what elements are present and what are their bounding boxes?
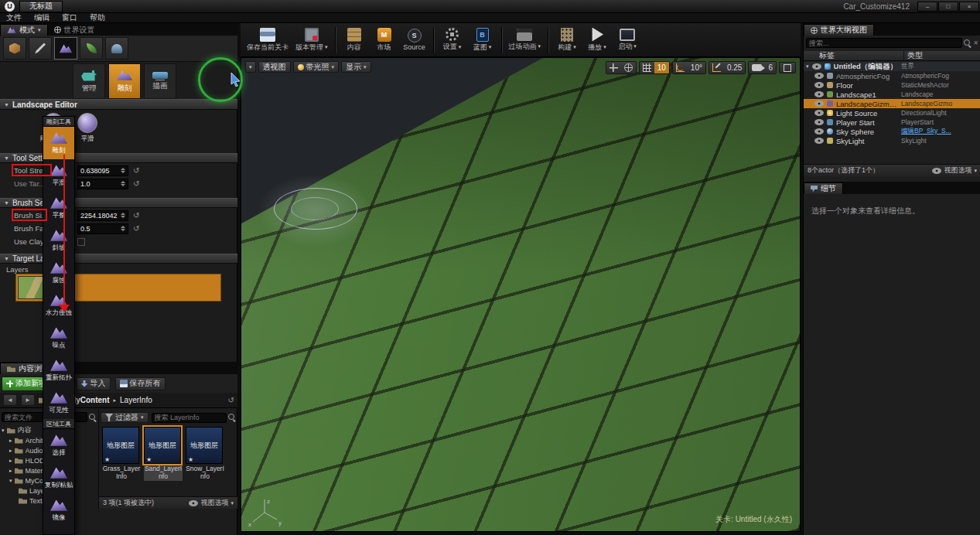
tab-details[interactable]: 细节 [804,182,843,194]
move-tool-button[interactable] [606,62,621,73]
outliner-row-selected[interactable]: LandscapeGizmoActiveActor LandscapeGizmo [804,99,980,108]
tab-world-outliner[interactable]: 世界大纲视图 [804,24,874,36]
tool-item-erosion[interactable]: 腐蚀 [43,257,74,289]
breadcrumb-root[interactable]: MyContent [70,396,110,404]
breadcrumb-current[interactable]: LayerInfo [120,396,152,404]
outliner-row-world[interactable]: ▾ Untitled（编辑器） 世界 [804,62,980,71]
tool-item-noise[interactable]: 噪点 [43,322,74,354]
visibility-eye-icon[interactable] [814,73,824,79]
spinner-arrows-icon[interactable] [118,213,125,218]
maximize-viewport-button[interactable] [779,62,796,73]
visibility-eye-icon[interactable] [814,82,824,88]
tab-world-settings[interactable]: 世界设置 [48,24,101,36]
clear-search-icon[interactable]: ✕ [973,39,978,46]
blueprints-button[interactable]: B 蓝图▾ [471,28,494,53]
settings-button[interactable]: 设置▾ [441,28,464,52]
tool-strength-input[interactable]: 0.638095 [77,165,128,176]
grid-snap-value[interactable]: 10 [654,62,669,73]
build-button[interactable]: 构建▾ [555,28,579,53]
content-button[interactable]: 内容 [343,28,366,53]
expander-icon[interactable]: ▸ [9,468,12,474]
landscape-editor-header[interactable]: ▼ Landscape Editor [0,99,237,110]
brush-settings-header[interactable]: ▼ Brush Settings [0,198,237,208]
scale-snap-value[interactable]: 0.25 [724,62,745,73]
viewport-options-button[interactable]: ▾ [245,61,256,73]
landscape-sculpt-button[interactable]: 雕刻 [108,63,141,99]
visibility-eye-icon[interactable] [814,128,824,135]
tool-item-ramp[interactable]: 斜坡 [43,224,74,257]
menu-window[interactable]: 窗口 [56,12,84,23]
save-all-button[interactable]: 保存所有 [115,377,166,390]
outliner-row[interactable]: Floor StaticMeshActor [804,80,980,90]
mode-geometry-button[interactable] [105,37,128,60]
grid-snap-toggle[interactable] [640,62,654,73]
show-flags-button[interactable]: 显示▾ [341,61,371,73]
back-button[interactable]: ◄ [3,394,17,406]
mode-landscape-button[interactable] [54,37,77,60]
visibility-eye-icon[interactable] [814,119,824,125]
outliner-row[interactable]: Player Start PlayerStart [804,118,980,127]
use-clay-checkbox[interactable] [77,238,85,246]
mode-paint-button[interactable] [29,37,52,60]
lit-mode-button[interactable]: 带光照▾ [293,61,340,73]
target-layers-header[interactable]: ▼ Target Layers [0,254,237,264]
expander-icon[interactable]: ▾ [2,428,5,434]
rotation-snap-value[interactable]: 10° [688,62,705,73]
tool-item-sculpt[interactable]: 雕刻 [43,127,74,159]
cinematics-button[interactable]: 过场动画▾ [509,29,541,52]
landscape-ground[interactable] [241,58,800,531]
menu-file[interactable]: 文件 [0,12,28,23]
reset-to-default-icon[interactable]: ↺ [133,179,139,188]
expander-icon[interactable]: ▸ [9,438,12,444]
outliner-row[interactable]: AtmosphericFog AtmosphericFog [804,71,980,80]
source-control-button[interactable]: 版本管理▾ [295,28,328,53]
target-value-input[interactable]: 1.0 [77,179,128,189]
visibility-eye-icon[interactable] [812,63,821,70]
document-tab[interactable]: 无标题 [19,1,63,12]
save-level-button[interactable]: 保存当前关卡 [247,28,289,53]
play-button[interactable]: 播放▾ [586,28,609,53]
restore-button[interactable]: □ [938,2,958,12]
visibility-eye-icon[interactable] [814,138,824,144]
source-button[interactable]: S Source [403,29,426,51]
reset-to-default-icon[interactable]: ↺ [133,224,139,233]
forward-button[interactable]: ► [21,394,35,406]
menu-help[interactable]: 帮助 [84,12,111,23]
smooth-tool-button[interactable]: 平滑 [77,113,97,144]
visibility-eye-icon[interactable] [814,101,824,107]
landscape-manage-button[interactable]: 管理 [73,63,105,99]
mode-foliage-button[interactable] [80,37,103,60]
landscape-paint-button[interactable]: 描画 [144,63,176,99]
tool-item-flatten[interactable]: 平整 [43,192,74,224]
reset-to-default-icon[interactable]: ↺ [133,166,139,175]
marketplace-button[interactable]: M 市场 [373,28,396,53]
brush-falloff-input[interactable]: 0.5 [77,223,128,234]
tool-item-copy-paste[interactable]: 复制/粘贴 [43,462,74,494]
outliner-view-options-button[interactable]: 视图选项 ▾ [932,165,977,175]
scale-snap-toggle[interactable] [709,62,724,73]
rotation-snap-toggle[interactable] [673,62,688,73]
spinner-arrows-icon[interactable] [118,181,125,186]
actor-type-edit-link[interactable]: 编辑BP_Sky_S... [901,127,978,136]
visibility-eye-icon[interactable] [814,110,824,116]
path-options-icon[interactable]: ↺ [228,396,234,404]
outliner-column-header[interactable]: 标签 类型 [804,51,980,61]
outliner-row[interactable]: Sky Sphere 编辑BP_Sky_S... [804,127,980,136]
camera-speed-value[interactable]: 6 [765,62,776,73]
tool-item-selection[interactable]: 选择 [43,429,74,462]
expander-icon[interactable]: ▾ [806,63,809,70]
outliner-row[interactable]: Light Source DirectionalLight [804,108,980,118]
tab-modes[interactable]: 模式 ▾ [0,24,48,36]
expander-icon[interactable]: ▸ [9,448,12,454]
world-local-toggle[interactable] [621,62,636,73]
asset-search-input[interactable] [152,413,227,423]
level-viewport[interactable]: ▾ 透视图 带光照▾ 显示▾ 10 10° 0.25 [241,57,801,532]
spinner-arrows-icon[interactable] [118,168,125,173]
launch-button[interactable]: 启动▾ [616,29,639,52]
visibility-eye-icon[interactable] [814,91,824,97]
tool-item-mirror[interactable]: 镜像 [43,494,74,526]
expander-icon[interactable]: ▾ [9,478,12,484]
asset-sand-layerinfo-selected[interactable]: 地形图层★ Sand_LayerInfo [144,427,183,481]
tool-item-retopologize[interactable]: 重新拓扑 [43,354,74,387]
asset-snow-layerinfo[interactable]: 地形图层★ Snow_LayerInfo [186,427,224,481]
